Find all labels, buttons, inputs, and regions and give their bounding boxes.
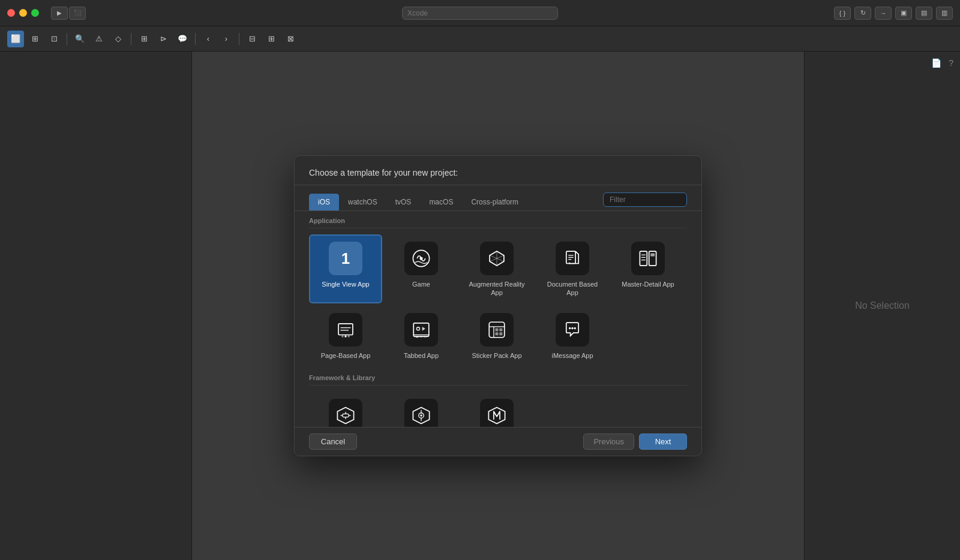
stop-button[interactable]: ⬛ (69, 7, 86, 20)
cancel-button[interactable]: Cancel (309, 433, 357, 450)
svg-point-33 (574, 327, 576, 329)
imessage-app-icon (556, 313, 589, 347)
game-icon (404, 242, 438, 275)
section-framework: Framework & Library (309, 368, 687, 386)
hierarchy-toggle[interactable]: ⊡ (46, 31, 62, 47)
sticker-pack-svg (487, 320, 507, 340)
titlebar-center (402, 7, 558, 20)
ar-app-label: Augmented Reality App (465, 280, 529, 297)
template-master-detail-app[interactable]: Master-Detail App (611, 234, 685, 303)
inspector-toggle[interactable]: ⊞ (26, 31, 43, 47)
ar-app-icon (480, 242, 514, 275)
tabbed-app-label: Tabbed App (404, 351, 439, 360)
template-single-view-app[interactable]: 1 Single View App (309, 234, 382, 303)
tab-ios[interactable]: iOS (309, 194, 339, 210)
svg-rect-29 (495, 332, 498, 335)
tab-tvos[interactable]: tvOS (386, 194, 421, 210)
svg-marker-34 (337, 407, 353, 423)
close-button[interactable] (7, 9, 15, 17)
template-page-based-app[interactable]: Page-Based App (309, 306, 382, 366)
toolbar-separator-3 (195, 33, 196, 45)
single-view-app-label: Single View App (322, 280, 369, 288)
code-icon[interactable]: { } (834, 7, 851, 20)
tabbed-app-icon (404, 313, 438, 347)
tab-watchos[interactable]: watchOS (339, 194, 386, 210)
template-ar-app[interactable]: Augmented Reality App (460, 234, 533, 303)
nav-back[interactable]: ‹ (200, 31, 217, 47)
titlebar-search-input[interactable] (402, 7, 558, 20)
template-imessage-app[interactable]: iMessage App (536, 306, 609, 366)
layout2-icon[interactable]: ▤ (916, 7, 932, 20)
minimize-button[interactable] (19, 9, 27, 17)
next-button[interactable]: Next (639, 433, 687, 450)
link-tool[interactable]: ⊳ (155, 31, 172, 47)
cocoa-static-icon (404, 399, 438, 427)
section-application: Application (309, 211, 687, 228)
game-label: Game (412, 280, 430, 288)
page-based-svg (335, 320, 356, 340)
svg-point-32 (571, 327, 573, 329)
framework-grid: Cocoa Touch Framework (309, 389, 687, 427)
single-view-app-icon: 1 (329, 242, 362, 275)
filter-input[interactable] (603, 192, 687, 207)
svg-marker-45 (488, 407, 505, 423)
imessage-app-label: iMessage App (551, 351, 593, 360)
forward-icon[interactable]: → (875, 7, 892, 20)
master-detail-svg (638, 248, 658, 269)
svg-rect-6 (640, 251, 647, 266)
search-tool[interactable]: 🔍 (71, 31, 88, 47)
svg-point-42 (420, 414, 422, 416)
svg-rect-22 (424, 336, 427, 338)
right-panel-toggle[interactable]: ⊞ (263, 31, 280, 47)
run-button[interactable]: ▶ (51, 7, 68, 20)
metal-library-icon (480, 399, 514, 427)
modal-body: Application 1 Single View App (295, 211, 701, 427)
inspector-help-icon[interactable]: ? (947, 56, 955, 70)
layout3-icon[interactable]: ▥ (936, 7, 953, 20)
cocoa-framework-icon (329, 399, 362, 427)
toolbar-separator-4 (239, 33, 239, 45)
warning-tool[interactable]: ⚠ (91, 31, 107, 47)
no-selection-label: No Selection (855, 300, 910, 311)
template-game[interactable]: Game (385, 234, 458, 303)
comment-tool[interactable]: 💬 (174, 31, 191, 47)
extra-toggle[interactable]: ⊠ (282, 31, 299, 47)
toolbar: ⬜ ⊞ ⊡ 🔍 ⚠ ◇ ⊞ ⊳ 💬 ‹ › ⊟ ⊞ ⊠ (0, 26, 960, 52)
sticker-pack-label: Sticker Pack App (472, 351, 521, 360)
template-sticker-pack-app[interactable]: Sticker Pack App (460, 306, 533, 366)
inspector-doc-icon[interactable]: 📄 (929, 56, 943, 70)
refresh-icon[interactable]: ↻ (854, 7, 871, 20)
maximize-button[interactable] (31, 9, 39, 17)
template-metal-library[interactable]: Metal Library (460, 392, 533, 427)
sticker-pack-icon (480, 313, 514, 347)
tab-cross-platform[interactable]: Cross-platform (462, 194, 527, 210)
navigator-toggle[interactable]: ⬜ (7, 31, 24, 47)
page-based-icon (329, 313, 362, 347)
traffic-lights (7, 9, 39, 17)
document-app-label: Document Based App (541, 280, 604, 297)
grid-tool[interactable]: ⊞ (136, 31, 152, 47)
layout1-icon[interactable]: ▣ (895, 7, 912, 20)
template-tabbed-app[interactable]: Tabbed App (385, 306, 458, 366)
template-document-app[interactable]: Document Based App (536, 234, 609, 303)
svg-rect-27 (495, 328, 498, 331)
svg-rect-20 (416, 336, 419, 338)
diamond-tool[interactable]: ◇ (110, 31, 127, 47)
svg-rect-11 (650, 254, 655, 257)
modal-header: Choose a template for your new project: (295, 156, 701, 185)
template-cocoa-static-library[interactable]: Cocoa Touch Static Library (385, 392, 458, 427)
svg-point-31 (569, 327, 571, 329)
right-panel: 📄 ? No Selection (804, 52, 960, 560)
template-cocoa-framework[interactable]: Cocoa Touch Framework (309, 392, 382, 427)
canvas-toggle[interactable]: ⊟ (244, 31, 260, 47)
tab-macos[interactable]: macOS (420, 194, 462, 210)
svg-point-1 (419, 257, 422, 260)
nav-forward[interactable]: › (218, 31, 235, 47)
svg-rect-18 (413, 323, 429, 336)
platform-tabs: iOS watchOS tvOS macOS Cross-platform (295, 185, 701, 211)
footer-right: Previous Next (583, 433, 687, 450)
master-detail-label: Master-Detail App (622, 280, 674, 288)
svg-rect-21 (419, 336, 422, 338)
titlebar-nav: ▶ ⬛ (51, 7, 86, 20)
previous-button[interactable]: Previous (583, 433, 634, 450)
